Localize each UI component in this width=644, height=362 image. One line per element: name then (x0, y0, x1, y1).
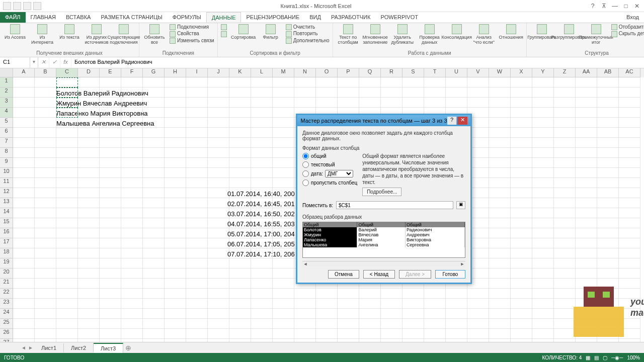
cell[interactable] (467, 329, 489, 339)
cell[interactable] (165, 87, 186, 98)
cell[interactable] (554, 208, 576, 218)
add-sheet-button[interactable]: ⊕ (123, 344, 133, 352)
cell[interactable] (186, 118, 208, 128)
advanced-filter-button[interactable]: Дополнительно (286, 38, 330, 44)
cell[interactable] (251, 108, 273, 118)
cell[interactable] (56, 208, 78, 218)
cell[interactable] (229, 309, 251, 319)
cell[interactable] (229, 148, 251, 158)
zoom-level[interactable]: 100% (627, 355, 640, 360)
destination-input[interactable] (336, 201, 453, 209)
cell[interactable] (56, 128, 78, 138)
cell[interactable] (229, 258, 251, 268)
from-access-button[interactable]: Из Access (3, 24, 27, 40)
cell[interactable] (35, 319, 56, 329)
cell[interactable] (251, 158, 273, 168)
sign-in[interactable]: Вход (621, 12, 644, 23)
cell[interactable] (273, 77, 294, 87)
cell[interactable] (446, 87, 467, 98)
cell[interactable] (165, 319, 186, 329)
cell[interactable] (208, 238, 229, 248)
cell[interactable] (143, 87, 165, 98)
cell[interactable] (35, 168, 56, 178)
cell[interactable] (619, 218, 640, 228)
cell[interactable] (359, 309, 381, 319)
cell[interactable] (554, 178, 576, 188)
cell[interactable] (532, 77, 554, 87)
cell[interactable] (100, 168, 121, 178)
cell[interactable] (511, 279, 532, 289)
what-if-button[interactable]: Анализ "что если" (472, 24, 496, 45)
cell[interactable] (251, 77, 273, 87)
cell[interactable] (165, 138, 186, 148)
cell[interactable] (511, 77, 532, 87)
cell[interactable] (576, 98, 597, 108)
cell[interactable] (13, 268, 35, 279)
cell[interactable] (186, 268, 208, 279)
cell[interactable] (56, 238, 78, 248)
properties-button[interactable]: Свойства (170, 31, 214, 37)
cell[interactable] (100, 158, 121, 168)
cell[interactable] (78, 208, 100, 218)
cell[interactable] (78, 77, 100, 87)
cell[interactable] (229, 279, 251, 289)
row-header[interactable]: 12 (0, 188, 13, 198)
cell[interactable] (359, 77, 381, 87)
cell[interactable] (273, 268, 294, 279)
cell[interactable] (208, 198, 229, 208)
cell[interactable] (165, 188, 186, 198)
cell[interactable] (532, 178, 554, 188)
cell[interactable] (229, 319, 251, 329)
cell[interactable] (316, 309, 338, 319)
cell[interactable] (316, 98, 338, 108)
cell[interactable] (13, 77, 35, 87)
cell[interactable] (229, 87, 251, 98)
column-header[interactable]: Z (554, 68, 576, 77)
cell[interactable] (554, 87, 576, 98)
cell[interactable] (208, 299, 229, 309)
row-header[interactable]: 7 (0, 138, 13, 148)
cell[interactable] (251, 208, 273, 218)
dialog-close-icon[interactable]: ✕ (457, 117, 467, 125)
cell[interactable] (165, 299, 186, 309)
cell[interactable] (597, 238, 619, 248)
cell[interactable] (619, 158, 640, 168)
cell[interactable] (576, 228, 597, 238)
cell[interactable] (381, 329, 403, 339)
cell[interactable] (511, 98, 532, 108)
column-header[interactable]: K (229, 68, 251, 77)
cell[interactable] (229, 158, 251, 168)
cell[interactable] (597, 98, 619, 108)
column-header[interactable]: P (338, 68, 359, 77)
cell[interactable] (511, 87, 532, 98)
cell[interactable] (273, 178, 294, 188)
cell[interactable] (165, 329, 186, 339)
cell[interactable] (143, 178, 165, 188)
cell[interactable] (251, 299, 273, 309)
cell[interactable] (208, 258, 229, 268)
cell[interactable] (316, 299, 338, 309)
cell[interactable] (78, 268, 100, 279)
cell[interactable] (165, 178, 186, 188)
cell[interactable] (467, 299, 489, 309)
cell[interactable] (35, 178, 56, 188)
cell[interactable] (121, 238, 143, 248)
cell[interactable] (13, 108, 35, 118)
cell[interactable] (229, 188, 251, 198)
cell[interactable] (554, 148, 576, 158)
cell[interactable] (576, 198, 597, 208)
cell[interactable] (532, 248, 554, 258)
column-header[interactable]: I (186, 68, 208, 77)
cell[interactable] (100, 319, 121, 329)
tab-file[interactable]: ФАЙЛ (0, 12, 26, 23)
cell[interactable] (273, 118, 294, 128)
cell[interactable] (403, 87, 424, 98)
cell[interactable] (143, 138, 165, 148)
undo-icon[interactable] (23, 2, 31, 10)
enter-formula-icon[interactable]: ✓ (49, 57, 60, 68)
row-header[interactable]: 18 (0, 248, 13, 258)
cell[interactable] (13, 279, 35, 289)
cell[interactable] (35, 118, 56, 128)
cell[interactable] (165, 118, 186, 128)
cell[interactable] (78, 198, 100, 208)
